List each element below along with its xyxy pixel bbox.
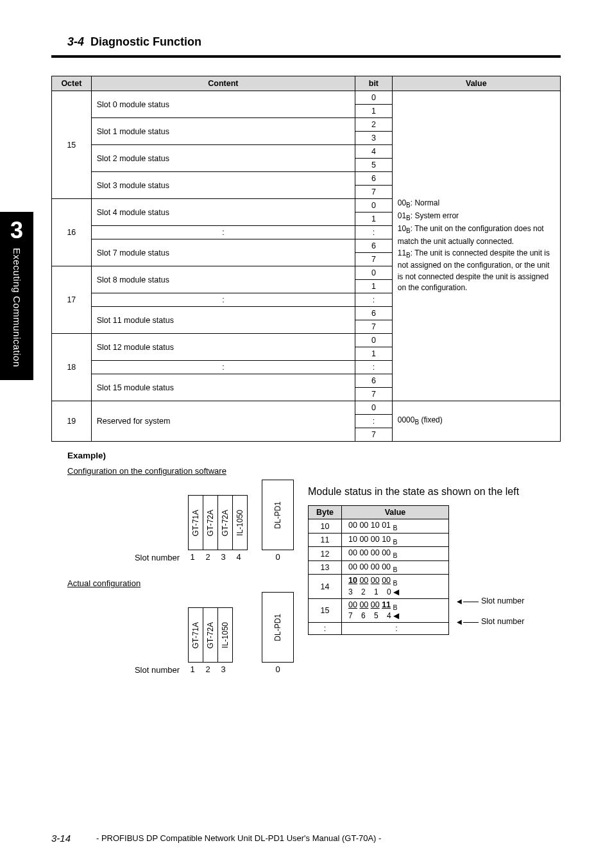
content-cell: Slot 3 module status bbox=[91, 172, 355, 199]
page-number: 3-14 bbox=[51, 833, 96, 844]
bit-cell: 6 bbox=[355, 172, 393, 186]
example-label: Example) bbox=[67, 451, 612, 460]
module-box: GT-72A bbox=[217, 495, 233, 550]
bit-cell: 1 bbox=[355, 105, 393, 118]
slot-number: 1 bbox=[185, 664, 200, 676]
footer-text: - PROFIBUS DP Compatible Network Unit DL… bbox=[96, 833, 612, 843]
example-left: Configuration on the configuration softw… bbox=[0, 465, 294, 676]
th-byte: Byte bbox=[309, 506, 342, 519]
content-cell: Slot 12 module status bbox=[91, 334, 355, 361]
module-box: DL-PD1 bbox=[262, 480, 294, 550]
actual-modules: GT-71AGT-72AIL-1050DL-PD1 bbox=[189, 592, 294, 663]
slot-number-label-2: Slot number bbox=[67, 663, 185, 676]
bit-cell: 7 bbox=[355, 428, 393, 442]
byte-value-cell: 00 00 00 00 B bbox=[342, 560, 449, 575]
bit-cell: : bbox=[355, 226, 393, 239]
octet-cell: 16 bbox=[52, 199, 92, 266]
byte-value-cell: 00 00 00 11 B 7 6 5 4 ◀ bbox=[342, 598, 449, 623]
byte-value-cell: 10 00 00 10 B bbox=[342, 533, 449, 547]
config-modules: GT-71AGT-72AGT-72AIL-1050DL-PD1 bbox=[189, 480, 294, 550]
byte-cell: : bbox=[309, 623, 342, 635]
bit-cell: 5 bbox=[355, 159, 393, 172]
th-bit: bit bbox=[355, 76, 393, 91]
th-byte-value: Value bbox=[342, 506, 449, 519]
section-number: 3-4 bbox=[67, 35, 84, 48]
module-label: DL-PD1 bbox=[273, 501, 282, 529]
config-sw-label: Configuration on the configuration softw… bbox=[67, 465, 294, 477]
bit-cell: 1 bbox=[355, 347, 393, 361]
module-box: IL-1050 bbox=[217, 607, 233, 663]
byte-value-cell: 10 00 00 00 B 3 2 1 0 ◀ bbox=[342, 575, 449, 599]
module-box bbox=[247, 495, 262, 550]
slot-number-label-1: Slot number bbox=[67, 550, 185, 564]
module-label: GT-72A bbox=[206, 622, 215, 648]
main-table-wrap: Octet Content bit Value 15Slot 0 module … bbox=[51, 76, 561, 442]
th-content: Content bbox=[91, 76, 355, 91]
octet-cell: 17 bbox=[52, 266, 92, 334]
module-label: GT-71A bbox=[191, 622, 200, 648]
byte-table-wrap: Byte Value 1000 00 10 01 B1110 00 00 10 … bbox=[308, 505, 563, 635]
module-label: GT-72A bbox=[221, 510, 230, 536]
slot-number bbox=[231, 664, 246, 676]
bit-cell: 7 bbox=[355, 320, 393, 334]
content-cell: Slot 7 module status bbox=[91, 239, 355, 266]
value-desc-cell: 00B: Normal01B: System error10B: The uni… bbox=[392, 91, 560, 401]
bit-cell: 7 bbox=[355, 388, 393, 401]
bit-cell: : bbox=[355, 293, 393, 307]
config-slot-numbers: 12340 bbox=[185, 552, 294, 564]
slot-number: 1 bbox=[185, 552, 200, 564]
chapter-number: 3 bbox=[0, 217, 33, 244]
arrow-slot-1: Slot number bbox=[457, 596, 524, 605]
module-box bbox=[247, 607, 262, 663]
bit-cell: : bbox=[355, 415, 393, 428]
slot-number: 2 bbox=[200, 664, 216, 676]
module-label: GT-72A bbox=[206, 510, 215, 536]
bit-cell: 6 bbox=[355, 374, 393, 388]
content-cell: Slot 4 module status bbox=[91, 199, 355, 226]
byte-cell: 13 bbox=[309, 560, 342, 575]
module-box: GT-71A bbox=[188, 607, 203, 663]
bit-cell: : bbox=[355, 361, 393, 374]
slot-number: 3 bbox=[216, 552, 231, 564]
content-cell: : bbox=[91, 293, 355, 307]
content-cell: : bbox=[91, 361, 355, 374]
module-box: IL-1050 bbox=[232, 495, 248, 550]
section-title: 3-4 Diagnostic Function bbox=[67, 35, 612, 49]
bit-cell: 0 bbox=[355, 401, 393, 415]
th-octet: Octet bbox=[52, 76, 92, 91]
content-cell: Slot 2 module status bbox=[91, 145, 355, 172]
bit-cell: 4 bbox=[355, 145, 393, 159]
content-cell: : bbox=[91, 226, 355, 239]
actual-slot-numbers: 1230 bbox=[185, 664, 294, 676]
byte-cell: 10 bbox=[309, 519, 342, 534]
config-diagram: GT-71AGT-72AGT-72AIL-1050DL-PD1 bbox=[67, 480, 294, 550]
header-rule bbox=[51, 55, 561, 58]
arrow-slot-2: Slot number bbox=[457, 617, 524, 626]
bit-cell: 6 bbox=[355, 307, 393, 320]
content-cell: Slot 0 module status bbox=[91, 91, 355, 118]
byte-cell: 15 bbox=[309, 598, 342, 623]
content-cell: Slot 11 module status bbox=[91, 307, 355, 334]
bit-cell: 0 bbox=[355, 334, 393, 347]
section-header: 3-4 Diagnostic Function bbox=[0, 0, 612, 49]
value-fixed-cell: 0000B (fixed) bbox=[392, 401, 560, 442]
byte-table: Byte Value 1000 00 10 01 B1110 00 00 10 … bbox=[308, 505, 449, 635]
module-label: IL-1050 bbox=[221, 622, 230, 648]
side-tab: 3 Executing Communication bbox=[0, 212, 33, 380]
module-box: DL-PD1 bbox=[262, 592, 294, 663]
module-box: GT-72A bbox=[203, 607, 218, 663]
octet-cell: 19 bbox=[52, 401, 92, 442]
example-row: Configuration on the configuration softw… bbox=[0, 465, 612, 676]
actual-config-label: Actual configuration bbox=[67, 578, 294, 589]
chapter-text: Executing Communication bbox=[12, 248, 22, 367]
bit-cell: 2 bbox=[355, 118, 393, 132]
bit-cell: 0 bbox=[355, 266, 393, 280]
slot-number bbox=[246, 552, 262, 564]
th-value: Value bbox=[392, 76, 560, 91]
actual-diagram: GT-71AGT-72AIL-1050DL-PD1 bbox=[67, 592, 294, 663]
byte-cell: 14 bbox=[309, 575, 342, 599]
bit-cell: 6 bbox=[355, 239, 393, 253]
bit-cell: 3 bbox=[355, 132, 393, 145]
octet-cell: 18 bbox=[52, 334, 92, 401]
bit-cell: 7 bbox=[355, 253, 393, 266]
